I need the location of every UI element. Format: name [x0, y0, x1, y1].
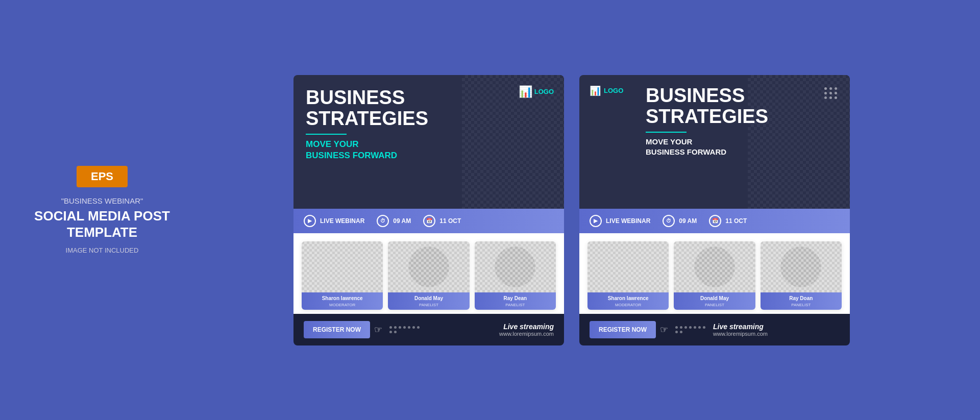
- card2-top: 📊 LOGO BUSINESS STRATEGIES MOVE YOUR BUS…: [579, 75, 850, 209]
- card1-speaker-3: Ray Dean PANELIST: [475, 241, 556, 310]
- card1-live-title: Live streaming: [427, 323, 554, 331]
- card2-main-title: BUSINESS STRATEGIES: [646, 85, 768, 128]
- card2-speaker-2: Donald May PANELIST: [674, 241, 755, 310]
- calendar-icon: 📅: [423, 215, 435, 227]
- card2-register-btn[interactable]: REGISTER NOW: [590, 321, 656, 338]
- webinar-label-2: 09 AM: [393, 217, 411, 225]
- card1-speaker2-role: PANELIST: [388, 302, 469, 310]
- card1-register-btn[interactable]: REGISTER NOW: [304, 321, 370, 338]
- card1-webinar-bar: ▶ LIVE WEBINAR ⏱ 09 AM 📅 11 OCT: [293, 209, 564, 233]
- card2-speaker3-role: PANELIST: [761, 302, 842, 310]
- card1-webinar-item-2: ⏱ 09 AM: [377, 215, 411, 227]
- sidebar-note: IMAGE NOT INCLUDED: [34, 246, 170, 254]
- card1-speaker1-photo: [302, 241, 383, 292]
- card1-top: BUSINESS STRATEGIES MOVE YOUR BUSINESS F…: [293, 75, 564, 209]
- webinar-label-3: 11 OCT: [439, 217, 461, 225]
- play-icon-2: ▶: [590, 215, 602, 227]
- cards-wrapper: BUSINESS STRATEGIES MOVE YOUR BUSINESS F…: [194, 75, 949, 345]
- card2-live-url: www.loremipsum.com: [713, 331, 840, 337]
- card1-speaker-2: Donald May PANELIST: [388, 241, 469, 310]
- card2-webinar-label-2: 09 AM: [679, 217, 697, 225]
- card2-speaker2-role: PANELIST: [674, 302, 755, 310]
- webinar-label-1: LIVE WEBINAR: [320, 217, 364, 225]
- card1-speaker3-role: PANELIST: [475, 302, 556, 310]
- card1-main-title: BUSINESS STRATEGIES: [306, 87, 428, 130]
- card2-webinar-item-1: ▶ LIVE WEBINAR: [590, 215, 650, 227]
- hand-icon-2: ☞: [660, 324, 668, 335]
- card1-speaker2-photo: [388, 241, 469, 292]
- card1-bottom: REGISTER NOW ☞ Live streaming www.loremi…: [293, 314, 564, 345]
- card2-speaker1-role: MODERATOR: [587, 302, 669, 310]
- card2-speaker-3: Ray Doan PANELIST: [761, 241, 842, 310]
- bar-chart-icon: 📊: [519, 85, 532, 98]
- hand-icon-1: ☞: [374, 324, 382, 335]
- card2-logo: 📊 LOGO: [590, 85, 623, 96]
- calendar-icon-2: 📅: [709, 215, 721, 227]
- card2-speaker2-name: Donald May: [674, 292, 755, 302]
- page-wrapper: EPS "BUSINESS WEBINAR" SOCIAL MEDIA POST…: [0, 60, 980, 361]
- play-icon: ▶: [304, 215, 316, 227]
- card2-live-title: Live streaming: [713, 323, 840, 331]
- card2-speaker3-photo: [761, 241, 842, 292]
- card2-speaker3-circle: [780, 246, 821, 287]
- card2-dots: [675, 326, 706, 333]
- clock-icon-2: ⏱: [663, 215, 675, 227]
- sidebar-text: "BUSINESS WEBINAR" SOCIAL MEDIA POSTTEMP…: [34, 196, 170, 254]
- sidebar-title: SOCIAL MEDIA POSTTEMPLATE: [34, 208, 170, 240]
- card2-speakers: Sharon lawrence MODERATOR Donald May PAN…: [579, 233, 850, 314]
- card2-webinar-bar: ▶ LIVE WEBINAR ⏱ 09 AM 📅 11 OCT: [579, 209, 850, 233]
- card2-webinar-item-3: 📅 11 OCT: [709, 215, 747, 227]
- sidebar-info: EPS "BUSINESS WEBINAR" SOCIAL MEDIA POST…: [31, 166, 174, 254]
- card1-speaker2-name: Donald May: [388, 292, 469, 302]
- card2-subtitle: MOVE YOUR BUSINESS FORWARD: [646, 137, 768, 157]
- card1-speaker1-role: MODERATOR: [302, 302, 383, 310]
- card2-webinar-label-3: 11 OCT: [725, 217, 747, 225]
- card1-live-url: www.loremipsum.com: [427, 331, 554, 337]
- template-card-2: 📊 LOGO BUSINESS STRATEGIES MOVE YOUR BUS…: [579, 75, 850, 345]
- card2-webinar-label-1: LIVE WEBINAR: [606, 217, 650, 225]
- card2-bottom: Live streaming www.loremipsum.com ☞ REGI…: [579, 314, 850, 345]
- card1-speaker3-name: Ray Dean: [475, 292, 556, 302]
- card1-speaker3-circle: [495, 246, 535, 287]
- card2-speaker1-name: Sharon lawrence: [587, 292, 669, 302]
- card2-dots-deco: [824, 87, 838, 99]
- card1-logo: 📊 LOGO: [519, 85, 554, 98]
- card1-dots: [389, 326, 420, 333]
- card1-speaker-1: Sharon lawrence MODERATOR: [302, 241, 383, 310]
- card2-speaker3-name: Ray Doan: [761, 292, 842, 302]
- card2-logo-text: LOGO: [604, 87, 623, 94]
- card1-webinar-item-1: ▶ LIVE WEBINAR: [304, 215, 364, 227]
- clock-icon: ⏱: [377, 215, 389, 227]
- eps-badge: EPS: [77, 166, 128, 187]
- card2-speaker1-photo: [587, 241, 669, 292]
- card2-webinar-item-2: ⏱ 09 AM: [663, 215, 697, 227]
- card2-speaker2-circle: [694, 246, 735, 287]
- card1-webinar-item-3: 📅 11 OCT: [423, 215, 461, 227]
- card1-live-info: Live streaming www.loremipsum.com: [427, 323, 554, 337]
- card2-speaker2-photo: [674, 241, 755, 292]
- card1-title-content: BUSINESS STRATEGIES MOVE YOUR BUSINESS F…: [293, 75, 438, 170]
- card2-live-info: Live streaming www.loremipsum.com: [713, 323, 840, 337]
- card1-subtitle: MOVE YOUR BUSINESS FORWARD: [306, 139, 428, 161]
- card1-logo-text: LOGO: [534, 88, 554, 95]
- template-card-1: BUSINESS STRATEGIES MOVE YOUR BUSINESS F…: [293, 75, 564, 345]
- bar-chart-icon-2: 📊: [590, 85, 601, 96]
- card2-divider: [646, 132, 687, 133]
- card1-speaker3-photo: [475, 241, 556, 292]
- card2-speaker-1: Sharon lawrence MODERATOR: [587, 241, 669, 310]
- sidebar-quote: "BUSINESS WEBINAR": [34, 196, 170, 205]
- card1-speakers: Sharon lawrence MODERATOR Donald May PAN…: [293, 233, 564, 314]
- card1-speaker2-circle: [408, 246, 449, 287]
- card1-speaker1-name: Sharon lawrence: [302, 292, 383, 302]
- card1-divider: [306, 134, 347, 135]
